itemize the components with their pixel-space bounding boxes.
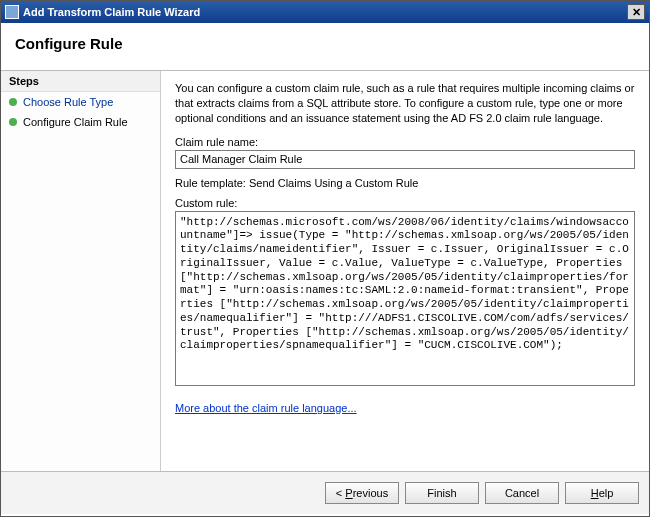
steps-header: Steps [1, 71, 160, 92]
close-icon[interactable]: ✕ [627, 4, 645, 20]
claim-rule-name-label: Claim rule name: [175, 136, 635, 148]
previous-button[interactable]: < Previous [325, 482, 399, 504]
main-panel: You can configure a custom claim rule, s… [161, 71, 649, 471]
claim-rule-name-input[interactable] [175, 150, 635, 169]
window-title: Add Transform Claim Rule Wizard [23, 6, 200, 18]
custom-rule-textarea[interactable] [175, 211, 635, 386]
page-title: Configure Rule [15, 35, 635, 52]
rule-template-label: Rule template: Send Claims Using a Custo… [175, 177, 635, 189]
description-text: You can configure a custom claim rule, s… [175, 81, 635, 126]
step-label: Choose Rule Type [23, 96, 113, 108]
step-bullet-icon [9, 118, 17, 126]
step-label: Configure Claim Rule [23, 116, 128, 128]
titlebar: Add Transform Claim Rule Wizard ✕ [1, 1, 649, 23]
help-button[interactable]: Help [565, 482, 639, 504]
step-configure-claim-rule[interactable]: Configure Claim Rule [1, 112, 160, 132]
claim-rule-language-link[interactable]: More about the claim rule language... [175, 402, 357, 414]
cancel-button[interactable]: Cancel [485, 482, 559, 504]
app-icon [5, 5, 19, 19]
step-choose-rule-type[interactable]: Choose Rule Type [1, 92, 160, 112]
custom-rule-label: Custom rule: [175, 197, 635, 209]
wizard-footer: < Previous Finish Cancel Help [1, 472, 649, 514]
step-bullet-icon [9, 98, 17, 106]
finish-button[interactable]: Finish [405, 482, 479, 504]
wizard-header: Configure Rule [1, 23, 649, 71]
steps-sidebar: Steps Choose Rule Type Configure Claim R… [1, 71, 161, 471]
